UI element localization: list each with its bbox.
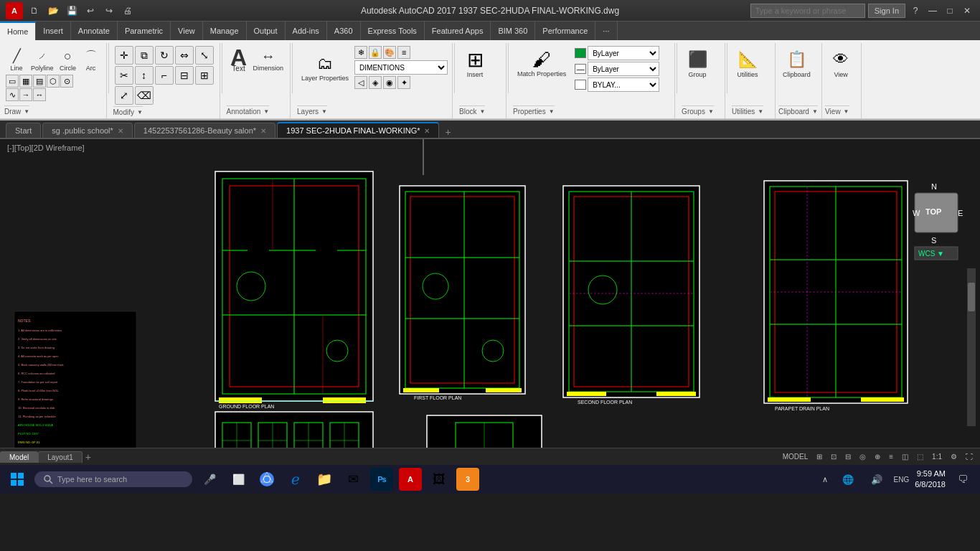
windows-start-button[interactable] [6, 468, 29, 491]
block-group-arrow[interactable]: ▼ [480, 108, 486, 115]
move-button[interactable]: ✛ [115, 46, 133, 65]
groups-group-arrow[interactable]: ▼ [708, 108, 714, 115]
annotation-scale[interactable]: 1:1 [929, 453, 945, 461]
transparency-toggle[interactable]: ◫ [899, 453, 911, 461]
scale-button[interactable]: ⤡ [195, 46, 214, 65]
autocad-taskbar-button[interactable]: A [399, 468, 422, 491]
layer-freeze-icon[interactable]: ❄ [354, 46, 367, 59]
ellipse-button[interactable]: ⊙ [60, 75, 73, 88]
clipboard-button[interactable]: 📋 Clipboard [780, 46, 814, 80]
mirror-button[interactable]: ⇔ [175, 46, 194, 65]
menu-expresstools[interactable]: Express Tools [361, 22, 425, 40]
ortho-toggle[interactable]: ⊟ [842, 453, 854, 461]
line-button[interactable]: ╱ Line [6, 46, 27, 73]
rect-button[interactable]: ▭ [6, 75, 19, 88]
layout-tab-model[interactable]: Model [0, 451, 38, 463]
stretch-button[interactable]: ⤢ [115, 86, 133, 105]
menu-featuredapps[interactable]: Featured Apps [425, 22, 491, 40]
tab-huda[interactable]: 1937 SEC-2HUDA FINAL-WORKING* ✕ [277, 122, 439, 138]
lineweight-toggle[interactable]: ≡ [886, 453, 896, 461]
properties-group-arrow[interactable]: ▼ [549, 108, 555, 115]
lineweight-dropdown[interactable]: BYLAY... [588, 77, 659, 92]
task-view-button[interactable]: ⬜ [227, 468, 250, 491]
arc-button[interactable]: ⌒ Arc [80, 46, 102, 73]
help-icon[interactable]: ? [908, 4, 923, 18]
menu-home[interactable]: Home [0, 22, 36, 40]
print-icon[interactable]: 🖨 [121, 4, 135, 18]
trim-button[interactable]: ✂ [115, 66, 133, 85]
dimension-button[interactable]: ↔ Dimension [251, 46, 286, 73]
layer-dropdown[interactable]: DIMENTIONS [354, 60, 448, 75]
layer-match-icon[interactable]: ≡ [397, 46, 410, 59]
group-button[interactable]: ⬛ Group [683, 46, 712, 80]
game-button[interactable]: 3 [456, 468, 479, 491]
maximize-button[interactable]: □ [943, 4, 957, 18]
modify-group-arrow[interactable]: ▼ [137, 109, 143, 116]
menu-manage[interactable]: Manage [203, 22, 247, 40]
polar-toggle[interactable]: ◎ [857, 453, 869, 461]
open-file-icon[interactable]: 📂 [46, 4, 60, 18]
match-properties-button[interactable]: 🖌 Match Properties [514, 46, 569, 80]
layer-lock-icon[interactable]: 🔒 [369, 46, 382, 59]
network-icon[interactable]: 🌐 [837, 468, 859, 491]
menu-annotate[interactable]: Annotate [71, 22, 118, 40]
keyword-search-input[interactable] [750, 4, 865, 18]
redo-icon[interactable]: ↪ [102, 4, 116, 18]
insert-block-button[interactable]: ⊞ Insert [461, 46, 489, 80]
linetype-dropdown[interactable]: ByLayer [588, 62, 659, 76]
layer-unisolate-icon[interactable]: ◉ [383, 76, 396, 89]
notification-icon[interactable]: 🗨 [951, 468, 974, 491]
view-button[interactable]: 👁 View [826, 46, 855, 80]
volume-icon[interactable]: 🔊 [865, 468, 888, 491]
explorer-button[interactable]: 📁 [313, 468, 336, 491]
edge-button[interactable]: ℯ [284, 468, 307, 491]
menu-insert[interactable]: Insert [36, 22, 71, 40]
layer-freeze2-icon[interactable]: ✦ [397, 76, 410, 89]
minimize-button[interactable]: — [925, 4, 940, 18]
fillet-button[interactable]: ⌐ [155, 66, 174, 85]
gradient-button[interactable]: ▤ [33, 75, 46, 88]
annotation-group-arrow[interactable]: ▼ [263, 108, 269, 115]
close-tab-beauty-salon[interactable]: ✕ [260, 127, 266, 135]
osnap-toggle[interactable]: ⊕ [872, 453, 883, 461]
utilities-button[interactable]: 📐 Utilities [733, 46, 762, 80]
cad-canvas[interactable]: GROUND FLOOR PLAN NOTES: 1. All dimensio… [0, 139, 980, 448]
menu-addins[interactable]: Add-ins [286, 22, 327, 40]
close-tab-huda[interactable]: ✕ [424, 127, 430, 135]
draw-group-arrow[interactable]: ▼ [24, 108, 29, 115]
system-clock[interactable]: 9:59 AM 6/8/2018 [915, 468, 946, 491]
extend-button[interactable]: ↕ [135, 66, 154, 85]
undo-icon[interactable]: ↩ [83, 4, 98, 18]
menu-view[interactable]: View [171, 22, 203, 40]
fullscreen-icon[interactable]: ⛶ [963, 453, 976, 461]
grid-toggle[interactable]: ⊞ [814, 453, 825, 461]
menu-output[interactable]: Output [247, 22, 286, 40]
menu-parametric[interactable]: Parametric [118, 22, 171, 40]
new-tab-button[interactable]: + [440, 126, 455, 138]
tab-start[interactable]: Start [6, 123, 41, 138]
ray-button[interactable]: → [19, 88, 32, 101]
copy-button[interactable]: ⧉ [135, 46, 154, 65]
layers-group-arrow[interactable]: ▼ [321, 108, 327, 115]
array-button[interactable]: ⊞ [195, 66, 214, 85]
menu-more[interactable]: ··· [595, 22, 617, 40]
layer-properties-button[interactable]: 🗂 Layer Properties [298, 50, 352, 85]
close-button[interactable]: ✕ [960, 4, 974, 18]
tab-beauty-salon[interactable]: 14522537561286-Beauty salon* ✕ [134, 123, 275, 138]
cortana-button[interactable]: 🎤 [198, 468, 221, 491]
text-button[interactable]: A Text [228, 46, 250, 74]
rotate-button[interactable]: ↻ [155, 46, 174, 65]
hidden-icons-button[interactable]: ∧ [819, 475, 831, 484]
xline-button[interactable]: ↔ [33, 88, 46, 101]
photoshop-button[interactable]: Ps [370, 468, 393, 491]
utilities-group-arrow[interactable]: ▼ [758, 108, 763, 115]
taskbar-search[interactable]: Type here to search [34, 471, 192, 487]
selection-toggle[interactable]: ⬚ [914, 453, 926, 461]
save-icon[interactable]: 💾 [65, 4, 79, 18]
settings-icon[interactable]: ⚙ [948, 453, 960, 461]
model-label[interactable]: MODEL [780, 453, 811, 461]
layer-isolate-icon[interactable]: ◈ [369, 76, 382, 89]
mail-button[interactable]: ✉ [341, 468, 364, 491]
photos-button[interactable]: 🖼 [428, 468, 451, 491]
menu-bim360[interactable]: BIM 360 [491, 22, 535, 40]
